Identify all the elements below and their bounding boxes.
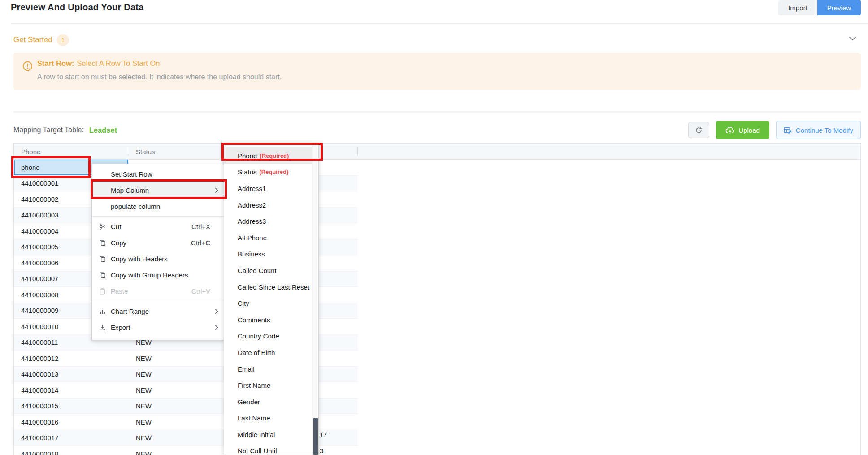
submenu-arrow-icon xyxy=(215,325,218,330)
submenu-item-label: Alt Phone xyxy=(238,234,267,242)
menu-item-cut[interactable]: CutCtrl+X xyxy=(92,218,224,234)
menu-separator xyxy=(92,216,224,217)
get-started-section-header[interactable]: Get Started 1 xyxy=(13,33,69,47)
menu-item-label: Copy with Headers xyxy=(111,255,168,263)
submenu-item-label: Phone xyxy=(238,152,257,160)
page-title: Preview And Upload Your Data xyxy=(11,2,143,13)
submenu-item-country-code[interactable]: Country Code xyxy=(224,328,312,345)
section-divider xyxy=(13,111,861,113)
grid-header-row: Phone Status xyxy=(14,144,860,160)
submenu-item-date-of-birth[interactable]: Date of Birth xyxy=(224,344,312,361)
submenu-item-called-count[interactable]: Called Count xyxy=(224,262,312,279)
submenu-item-gender[interactable]: Gender xyxy=(224,394,312,410)
scissors-icon xyxy=(98,223,107,230)
submenu-item-label: Comments xyxy=(238,316,270,324)
submenu-item-label: Status xyxy=(238,168,257,176)
submenu-item-label: First Name xyxy=(238,381,270,389)
continue-to-modify-button[interactable]: Continue To Modify xyxy=(776,121,861,139)
phone-cell[interactable]: 4410000017 xyxy=(14,430,128,446)
submenu-item-not-call-until[interactable]: Not Call Until xyxy=(224,443,312,455)
mapping-target-label: Mapping Target Table: xyxy=(13,126,84,134)
start-row-alert: Start Row:Select A Row To Start On A row… xyxy=(13,53,861,90)
submenu-arrow-icon xyxy=(215,187,218,193)
submenu-item-label: Country Code xyxy=(238,332,279,340)
phone-cell[interactable]: 4410000015 xyxy=(14,399,128,414)
menu-item-map-column[interactable]: Map Column xyxy=(92,182,224,198)
menu-item-label: Export xyxy=(111,324,130,331)
submenu-item-label: Date of Birth xyxy=(238,349,275,356)
phone-cell[interactable]: 4410000014 xyxy=(14,382,128,398)
phone-cell[interactable]: 4410000016 xyxy=(14,414,128,430)
submenu-item-first-name[interactable]: First Name xyxy=(224,377,312,394)
cloud-upload-icon xyxy=(725,126,735,134)
mapping-target-table-name: Leadset xyxy=(89,126,117,134)
phone-cell[interactable]: 4410000013 xyxy=(14,367,128,382)
submenu-item-city[interactable]: City xyxy=(224,295,312,312)
obscured-cell-fragment: 17 xyxy=(320,431,327,438)
submenu-item-address3[interactable]: Address3 xyxy=(224,213,312,230)
submenu-item-alt-phone[interactable]: Alt Phone xyxy=(224,230,312,246)
submenu-item-middle-initial[interactable]: Middle Initial xyxy=(224,426,312,443)
copy-icon xyxy=(98,256,107,262)
menu-item-chart-range[interactable]: Chart Range xyxy=(92,303,224,319)
submenu-item-label: Email xyxy=(238,365,255,373)
mapping-actions: Upload Continue To Modify xyxy=(688,121,861,139)
alert-description: A row to start on must be selected. It i… xyxy=(37,73,282,81)
submenu-scrollbar[interactable] xyxy=(312,143,318,455)
upload-button[interactable]: Upload xyxy=(716,121,769,139)
submenu-item-label: City xyxy=(238,299,249,307)
menu-item-copy-with-headers[interactable]: Copy with Headers xyxy=(92,251,224,267)
refresh-button[interactable] xyxy=(688,122,709,138)
copy-icon xyxy=(98,272,107,278)
map-column-submenu: Phone(Required)Status(Required)Address1A… xyxy=(224,143,319,455)
submenu-item-status[interactable]: Status(Required) xyxy=(224,164,312,181)
obscured-cell-fragment: 3 xyxy=(320,447,323,455)
view-toggle: Import Preview xyxy=(778,0,861,15)
menu-item-set-start-row[interactable]: Set Start Row xyxy=(92,166,224,182)
submenu-arrow-icon xyxy=(215,308,218,314)
phone-cell[interactable]: 4410000012 xyxy=(14,351,128,366)
alert-text: Start Row:Select A Row To Start On A row… xyxy=(37,59,282,90)
submenu-item-label: Not Call Until xyxy=(238,447,277,455)
submenu-item-address2[interactable]: Address2 xyxy=(224,197,312,213)
menu-shortcut: Ctrl+X xyxy=(191,223,210,230)
menu-item-copy[interactable]: CopyCtrl+C xyxy=(92,234,224,251)
page: Preview And Upload Your Data Import Prev… xyxy=(0,0,868,455)
submenu-item-label: Address1 xyxy=(238,185,266,192)
warning-icon xyxy=(22,61,33,90)
phone-cell[interactable]: 4410000018 xyxy=(14,446,128,455)
submenu-item-last-name[interactable]: Last Name xyxy=(224,410,312,427)
submenu-item-label: Address2 xyxy=(238,201,266,209)
menu-item-populate-column[interactable]: populate column xyxy=(92,198,224,214)
submenu-item-phone[interactable]: Phone(Required) xyxy=(224,147,312,164)
header-divider xyxy=(11,23,868,24)
menu-shortcut: Ctrl+C xyxy=(191,239,210,247)
copy-icon xyxy=(98,239,107,246)
menu-item-label: Set Start Row xyxy=(111,170,152,178)
chevron-down-icon[interactable] xyxy=(849,36,856,41)
alert-subtitle: Select A Row To Start On xyxy=(77,59,160,67)
menu-item-label: Cut xyxy=(111,223,121,230)
get-started-count-badge: 1 xyxy=(57,34,69,46)
submenu-item-label: Called Since Last Reset xyxy=(238,283,309,291)
import-button[interactable]: Import xyxy=(778,0,817,15)
menu-item-copy-with-group-headers[interactable]: Copy with Group Headers xyxy=(92,267,224,283)
submenu-item-comments[interactable]: Comments xyxy=(224,312,312,328)
upload-button-label: Upload xyxy=(738,126,760,134)
menu-item-label: Map Column xyxy=(111,186,149,194)
menu-item-paste: PasteCtrl+V xyxy=(92,283,224,299)
submenu-item-label: Called Count xyxy=(238,267,277,274)
submenu-item-address1[interactable]: Address1 xyxy=(224,180,312,197)
submenu-item-label: Gender xyxy=(238,398,260,406)
preview-button[interactable]: Preview xyxy=(817,0,861,15)
required-badge: (Required) xyxy=(260,152,289,159)
column-header-phone[interactable]: Phone xyxy=(14,144,128,159)
submenu-item-business[interactable]: Business xyxy=(224,246,312,263)
submenu-scrollbar-thumb[interactable] xyxy=(313,418,318,455)
required-badge: (Required) xyxy=(260,169,289,175)
submenu-item-called-since-last-reset[interactable]: Called Since Last Reset xyxy=(224,279,312,295)
grid-context-menu: Set Start RowMap Columnpopulate columnCu… xyxy=(91,164,224,340)
menu-item-export[interactable]: Export xyxy=(92,319,224,335)
submenu-item-label: Business xyxy=(238,250,265,258)
submenu-item-email[interactable]: Email xyxy=(224,361,312,377)
